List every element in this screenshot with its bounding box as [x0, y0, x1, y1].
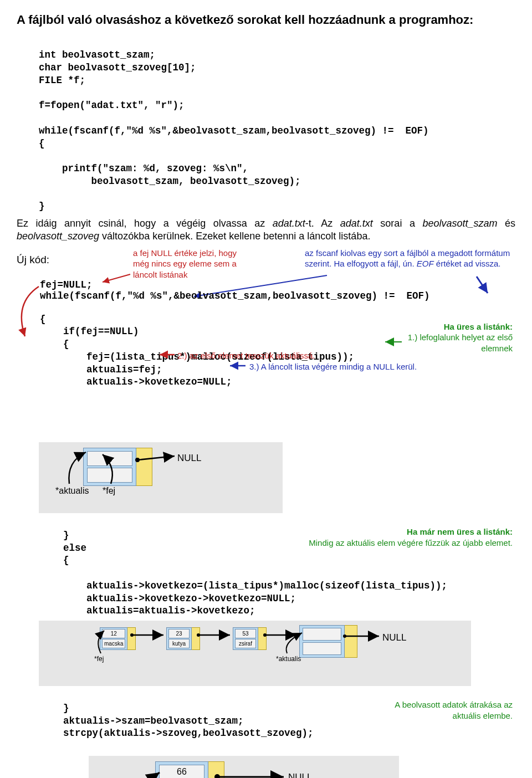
code-line: aktualis=fej;: [17, 364, 162, 375]
annot-fej-null: a fej NULL értéke jelzi, hogy még nincs …: [133, 248, 252, 280]
code-line: aktualis->kovetkezo->kovetkezo=NULL;: [17, 593, 296, 604]
code-line: }: [17, 530, 69, 541]
code-line: if(fej==NULL): [17, 326, 139, 337]
ptr-aktualis: *aktualis: [55, 485, 89, 497]
list-node: [299, 625, 345, 658]
code-block-1: int beolvasott_szam; char beolvasott_szo…: [39, 37, 515, 213]
code-block-4: } aktualis->szam=beolvasott_szam; strcpy…: [17, 689, 515, 753]
annot-step3: 3.) A láncolt lista végére mindig a NULL…: [249, 361, 460, 372]
node-field: 12: [102, 629, 125, 638]
annot-fscanf: az fscanf kiolvas egy sort a fájlból a m…: [305, 248, 515, 269]
annot-nonempty: Ha már nem üres a listánk: Mindig az akt…: [291, 526, 513, 548]
diagram-nonempty-list: 12 macska 23 kutya 53 zsiraf: [39, 621, 471, 686]
node-field: 23: [168, 629, 190, 638]
annot-empty-list: Ha üres a listánk: 1.) lefoglalunk helye…: [407, 321, 513, 354]
node-field: [87, 468, 132, 483]
code-line: {: [17, 339, 69, 350]
node-next-cell: [192, 627, 200, 650]
para-text-italic: beolvasott_szam: [422, 218, 497, 229]
diagram-arrows: [89, 756, 388, 778]
node-next-cell: [345, 625, 357, 658]
explain-paragraph: Ez idáig annyit csinál, hogy a végéig ol…: [17, 217, 515, 243]
list-node: 53 zsiraf: [233, 627, 258, 650]
list-node: 23 kutya: [166, 627, 192, 650]
ptr-fej: *fej: [94, 655, 104, 664]
node-field: [87, 451, 132, 466]
code-line: }: [17, 703, 69, 714]
ptr-aktualis: *aktualis: [276, 655, 301, 664]
diagram-filled-node: 66 elefant NULL *aktualis: [89, 756, 399, 778]
annot-copy: A beolvasott adatok átrakása az aktuális…: [380, 699, 513, 721]
svg-line-0: [103, 274, 130, 282]
annot-text: értéket ad vissza.: [434, 259, 501, 268]
para-text-italic: adat.txt: [273, 218, 305, 229]
para-text: változókba kerülnek. Ezeket kellene bete…: [99, 231, 370, 242]
code-line: else: [17, 542, 86, 554]
node-next-cell: [208, 761, 224, 778]
code-line: {: [17, 314, 46, 325]
annot-text: Ha már nem üres a listánk:: [407, 527, 513, 536]
svg-line-2: [477, 277, 488, 293]
null-label: NULL: [288, 771, 312, 778]
para-text-italic: beolvasott_szoveg: [17, 231, 99, 242]
node-field: kutya: [168, 639, 190, 648]
code-line: aktualis->szam=beolvasott_szam;: [17, 715, 244, 726]
code-line: {: [39, 138, 45, 149]
para-text: sorai a: [373, 218, 423, 229]
node-next-cell: [136, 448, 152, 486]
null-label: NULL: [382, 632, 406, 644]
code-line: {: [17, 555, 69, 566]
annot-text: 1.) lefoglalunk helyet az első elemnek: [408, 332, 513, 353]
node-field: zsiraf: [235, 639, 256, 648]
code-block-3: } else { Ha már nem üres a listánk: Mind…: [17, 516, 515, 617]
node-next-cell: [127, 627, 136, 650]
code-line: char beolvasott_szoveg[10];: [39, 62, 196, 73]
para-text: -t. Az: [305, 218, 340, 229]
annot-text-italic: EOF: [417, 259, 434, 268]
annot-text: Ha üres a listánk:: [444, 322, 513, 331]
node-field: macska: [102, 639, 125, 648]
ptr-fej: *fej: [103, 485, 115, 497]
node-field: [303, 642, 341, 655]
code-line: aktualis->kovetkezo=(lista_tipus*)malloc…: [17, 580, 447, 591]
list-node: 66 elefant: [155, 761, 208, 778]
annot-step2: 2.) az első elemet tesszük aktuálissá.: [177, 350, 327, 361]
code-line: }: [39, 201, 45, 212]
node-field: 66: [159, 765, 204, 778]
annot-text: Mindig az aktuális elem végére fűzzük az…: [309, 538, 513, 547]
code-line: printf("szam: %d, szoveg: %s\n",: [39, 163, 248, 174]
diagram-empty-list: NULL *aktualis *fej: [39, 442, 283, 513]
code-line: aktualis=aktualis->kovetkezo;: [17, 605, 255, 616]
new-code-label: Új kód:: [17, 253, 49, 267]
null-label: NULL: [177, 452, 201, 464]
code-line: while(fscanf(f,"%d %s",&beolvasott_szam,…: [39, 125, 429, 136]
code-line: int beolvasott_szam;: [39, 49, 155, 60]
list-node: [83, 448, 136, 486]
code-line: beolvasott_szam, beolvasott_szoveg);: [39, 176, 301, 187]
heading: A fájlból való olvasáshoz a következő so…: [17, 12, 515, 28]
code-line: f=fopen("adat.txt", "r");: [39, 100, 185, 111]
code-line: strcpy(aktualis->szoveg,beolvasott_szove…: [17, 728, 314, 739]
node-field: [303, 628, 341, 641]
list-node: 12 macska: [100, 627, 127, 650]
code-line: FILE *f;: [39, 75, 85, 86]
code-block-2: { if(fej==NULL) { fej=(lista_tipus*)mall…: [17, 300, 515, 439]
para-text: Ez idáig annyit csinál, hogy a végéig ol…: [17, 218, 273, 229]
node-next-cell: [258, 627, 267, 650]
code-line: aktualis->kovetkezo=NULL;: [17, 376, 232, 387]
para-text-italic: adat.txt: [340, 218, 373, 229]
node-field: 53: [235, 629, 256, 638]
para-text: és: [497, 218, 515, 229]
